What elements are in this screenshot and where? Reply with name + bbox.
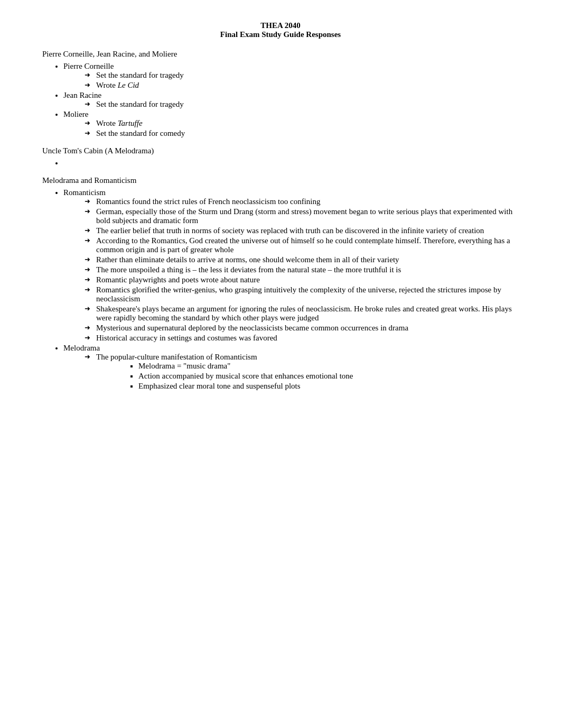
melodrama-sub2: Action accompanied by musical score that… [138, 372, 519, 381]
racine-arrow1: Set the standard for tragedy [85, 100, 519, 109]
romanticism-arrow1: Romantics found the strict rules of Fren… [85, 197, 519, 206]
moliere-arrow2: Set the standard for comedy [85, 129, 519, 138]
section2-heading: Uncle Tom's Cabin (A Melodrama) [42, 146, 519, 155]
melodrama-subitems: Melodrama = "music drama" Action accompa… [138, 362, 519, 391]
section-uncle-toms-cabin: Uncle Tom's Cabin (A Melodrama) [42, 146, 519, 168]
racine-label: Jean Racine [63, 91, 101, 99]
list-item-melodrama: Melodrama The popular-culture manifestat… [63, 344, 519, 391]
section2-list [63, 159, 519, 168]
romanticism-arrow2: German, especially those of the Sturm un… [85, 207, 519, 225]
melodrama-arrows: The popular-culture manifestation of Rom… [85, 353, 519, 391]
romanticism-arrow9: Shakespeare's plays became an argument f… [85, 305, 519, 322]
melodrama-arrow1: The popular-culture manifestation of Rom… [85, 353, 519, 391]
section3-heading: Melodrama and Romanticism [42, 176, 519, 185]
romanticism-arrow8: Romantics glorified the writer-genius, w… [85, 285, 519, 303]
list-item-romanticism: Romanticism Romantics found the strict r… [63, 188, 519, 343]
section1-heading: Pierre Corneille, Jean Racine, and Molie… [42, 50, 519, 59]
romanticism-arrows: Romantics found the strict rules of Fren… [85, 197, 519, 343]
page-title: THEA 2040 [42, 21, 519, 30]
list-item-empty [63, 159, 519, 168]
page-header: THEA 2040 Final Exam Study Guide Respons… [42, 21, 519, 39]
melodrama-sub3: Emphasized clear moral tone and suspense… [138, 382, 519, 391]
list-item-corneille: Pierre Corneille Set the standard for tr… [63, 62, 519, 90]
corneille-arrow2: Wrote Le Cid [85, 81, 519, 90]
romanticism-arrow11: Historical accuracy in settings and cost… [85, 334, 519, 343]
list-item-racine: Jean Racine Set the standard for tragedy [63, 91, 519, 109]
page-subtitle: Final Exam Study Guide Responses [42, 30, 519, 39]
romanticism-arrow5: Rather than eliminate details to arrive … [85, 255, 519, 264]
romanticism-arrow3: The earlier belief that truth in norms o… [85, 226, 519, 235]
list-item-moliere: Moliere Wrote Tartuffe Set the standard … [63, 110, 519, 138]
corneille-arrows: Set the standard for tragedy Wrote Le Ci… [85, 71, 519, 90]
moliere-label: Moliere [63, 110, 88, 118]
romanticism-arrow7: Romantic playwrights and poets wrote abo… [85, 275, 519, 284]
section1-list: Pierre Corneille Set the standard for tr… [63, 62, 519, 138]
melodrama-label: Melodrama [63, 344, 100, 352]
racine-arrows: Set the standard for tragedy [85, 100, 519, 109]
moliere-arrows: Wrote Tartuffe Set the standard for come… [85, 119, 519, 138]
section-corneille-racine-moliere: Pierre Corneille, Jean Racine, and Molie… [42, 50, 519, 138]
section-melodrama-romanticism: Melodrama and Romanticism Romanticism Ro… [42, 176, 519, 391]
romanticism-arrow6: The more unspoiled a thing is – the less… [85, 265, 519, 274]
romanticism-arrow10: Mysterious and supernatural deplored by … [85, 324, 519, 333]
corneille-arrow1: Set the standard for tragedy [85, 71, 519, 80]
section3-list: Romanticism Romantics found the strict r… [63, 188, 519, 391]
moliere-arrow1: Wrote Tartuffe [85, 119, 519, 128]
corneille-label: Pierre Corneille [63, 62, 114, 70]
melodrama-sub1: Melodrama = "music drama" [138, 362, 519, 371]
romanticism-arrow4: According to the Romantics, God created … [85, 236, 519, 254]
romanticism-label: Romanticism [63, 188, 106, 197]
